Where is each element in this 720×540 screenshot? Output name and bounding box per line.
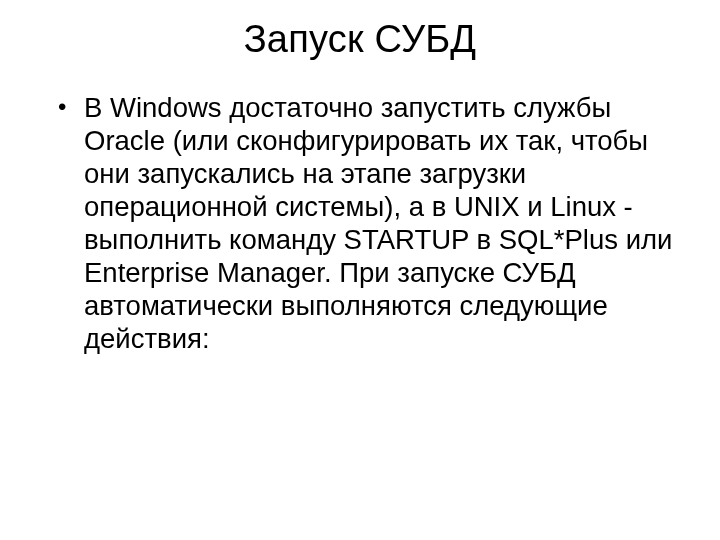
list-item: В Windows достаточно запустить службы Or…: [58, 91, 680, 355]
slide: Запуск СУБД В Windows достаточно запусти…: [0, 0, 720, 540]
bullet-list: В Windows достаточно запустить службы Or…: [58, 91, 680, 355]
slide-body: В Windows достаточно запустить службы Or…: [40, 91, 680, 355]
slide-title: Запуск СУБД: [40, 18, 680, 61]
